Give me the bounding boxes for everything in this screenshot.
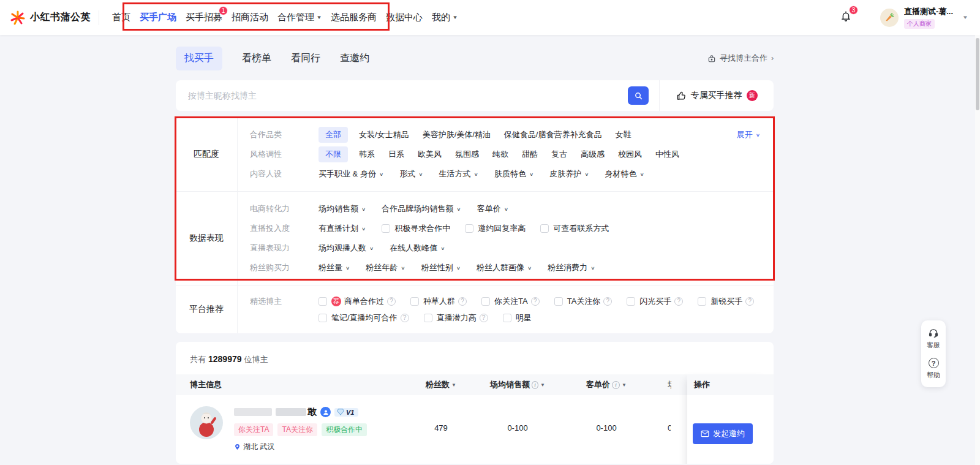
notification-count-badge: 3 (849, 6, 858, 15)
exclusive-buyer-recommend-button[interactable]: 专属买手推荐 新 (660, 90, 774, 101)
find-blogger-link[interactable]: 寻找博主合作 › (707, 53, 774, 64)
tab-invitations[interactable]: 查邀约 (340, 47, 369, 70)
filter-row-options: 有直播计划∨积极寻求合作中邀约回复率高可查看联系方式 (318, 223, 624, 234)
send-invite-button[interactable]: 发起邀约 (693, 423, 753, 444)
filter-dropdown[interactable]: 在线人数峰值∨ (390, 243, 445, 254)
checkbox[interactable] (318, 314, 327, 322)
col-price[interactable]: 客单价 i ▼ (545, 379, 668, 390)
col-action: 操作 (687, 374, 774, 395)
customer-service-button[interactable]: 客服 (927, 328, 940, 350)
app-logo[interactable]: 小红书蒲公英 (10, 10, 91, 26)
filter-option[interactable]: 氛围感 (455, 149, 479, 160)
filter-checkbox[interactable]: 积极寻求合作中 (382, 223, 450, 234)
filter-checkbox[interactable]: 可查看联系方式 (540, 223, 609, 234)
scrollbar-thumb[interactable] (976, 38, 979, 110)
filter-option[interactable]: 复古 (551, 149, 567, 160)
checkbox[interactable] (424, 314, 432, 322)
filter-option[interactable]: 欧美风 (418, 149, 442, 160)
checkbox[interactable] (554, 297, 563, 306)
filter-dropdown[interactable]: 有直播计划∨ (318, 223, 366, 234)
notifications-button[interactable]: 3 (840, 10, 852, 25)
headset-icon (928, 328, 939, 338)
dropdown-label: 合作品牌场均销售额 (382, 203, 453, 214)
filter-checkbox[interactable]: 荐商单合作过? (318, 296, 396, 307)
checkbox[interactable] (382, 224, 390, 233)
filter-dropdown[interactable]: 场均观播人数∨ (318, 243, 374, 254)
filter-option-selected[interactable]: 不限 (318, 146, 348, 162)
blogger-info-cell[interactable]: 敢 V1 你关注TATA关注你积极合作中 (190, 406, 392, 452)
tab-peers[interactable]: 看同行 (291, 47, 320, 70)
filter-option[interactable]: 纯欲 (492, 149, 508, 160)
sort-caret-icon[interactable]: ▼ (540, 382, 545, 388)
filter-dropdown[interactable]: 粉丝量∨ (318, 262, 350, 273)
checkbox[interactable] (318, 297, 327, 306)
checkbox[interactable] (465, 224, 473, 233)
tab-leaderboard[interactable]: 看榜单 (242, 47, 271, 70)
filter-option[interactable]: 高级感 (581, 149, 605, 160)
filter-option[interactable]: 保健食品/膳食营养补充食品 (504, 129, 602, 140)
blogger-name[interactable]: 敢 V1 (234, 406, 367, 418)
checkbox[interactable] (503, 314, 511, 322)
filter-dropdown[interactable]: 买手职业 & 身份∨ (318, 168, 383, 180)
filter-option-selected[interactable]: 全部 (318, 127, 348, 143)
col-blogger-info: 博主信息 (190, 379, 392, 390)
col-sales[interactable]: 场均销售额 i ▼ (490, 379, 545, 390)
filter-option[interactable]: 女装/女士精品 (359, 129, 409, 140)
filter-option[interactable]: 日系 (388, 149, 404, 160)
filter-checkbox[interactable]: 闪光买手? (627, 296, 683, 307)
filter-dropdown[interactable]: 粉丝消费力∨ (548, 262, 595, 273)
filter-checkbox[interactable]: 邀约回复率高 (465, 223, 526, 234)
sort-caret-icon[interactable]: ▼ (451, 382, 456, 388)
filter-option[interactable]: 校园风 (618, 149, 642, 160)
filter-checkbox[interactable]: 笔记/直播均可合作? (318, 312, 409, 323)
filter-dropdown[interactable]: 合作品牌场均销售额∨ (382, 203, 461, 214)
nav-item-merchant-activity[interactable]: 招商活动 (232, 12, 268, 23)
nav-item-buyer-recruit[interactable]: 买手招募1 (186, 12, 222, 23)
checkbox[interactable] (481, 297, 490, 306)
filter-checkbox[interactable]: 种草人群? (410, 296, 467, 307)
nav-item-selection-service[interactable]: 选品服务商 (331, 12, 377, 23)
user-avatar[interactable] (880, 9, 899, 27)
page-scrollbar[interactable] (975, 35, 980, 465)
filter-option[interactable]: 甜酷 (522, 149, 538, 160)
expand-toggle[interactable]: 展开∨ (737, 129, 760, 140)
col-fans[interactable]: 粉丝数 ▼ (392, 379, 490, 390)
filter-option[interactable]: 中性风 (655, 149, 679, 160)
filter-checkbox[interactable]: 新锐买手? (698, 296, 754, 307)
search-input[interactable] (176, 91, 628, 100)
filter-dropdown[interactable]: 场均销售额∨ (318, 203, 366, 214)
chevron-down-icon[interactable]: ▼ (962, 15, 968, 20)
search-button[interactable] (628, 86, 649, 105)
nav-item-cooperation-management[interactable]: 合作管理▼ (277, 12, 322, 23)
filter-checkbox[interactable]: TA关注你? (554, 296, 612, 307)
filter-option[interactable]: 美容护肤/美体/精油 (423, 129, 491, 140)
filter-option[interactable]: 韩系 (359, 149, 375, 160)
filter-option[interactable]: 女鞋 (615, 129, 631, 140)
filter-dropdown[interactable]: 粉丝年龄∨ (366, 262, 405, 273)
filter-dropdown[interactable]: 形式∨ (399, 168, 423, 180)
chevron-down-icon: ∨ (361, 226, 366, 231)
filter-checkbox[interactable]: 直播潜力高? (424, 312, 488, 323)
nav-item-data-center[interactable]: 数据中心 (386, 12, 423, 23)
filter-checkbox[interactable]: 你关注TA? (481, 296, 540, 307)
sort-caret-icon[interactable]: ▼ (622, 382, 627, 388)
filter-dropdown[interactable]: 生活方式∨ (439, 168, 478, 180)
filter-checkbox[interactable]: 明星 (503, 312, 532, 323)
user-info[interactable]: 直播测试-薯... 个人商家 (904, 6, 953, 29)
nav-item-mine[interactable]: 我的▼ (432, 12, 458, 23)
nav-item-home[interactable]: 首页 (112, 12, 130, 23)
filter-dropdown[interactable]: 身材特色∨ (605, 168, 644, 180)
filter-dropdown[interactable]: 客单价∨ (477, 203, 508, 214)
blogger-avatar[interactable] (190, 406, 223, 439)
filter-dropdown[interactable]: 粉丝人群画像∨ (477, 262, 532, 273)
filter-dropdown[interactable]: 粉丝性别∨ (421, 262, 461, 273)
filter-dropdown[interactable]: 皮肤养护∨ (549, 168, 589, 180)
filter-dropdown[interactable]: 肤质特色∨ (494, 168, 533, 180)
nav-item-buyer-plaza[interactable]: 买手广场 (140, 12, 176, 23)
help-button[interactable]: ? 帮助 (927, 358, 940, 380)
checkbox[interactable] (627, 297, 635, 306)
checkbox[interactable] (698, 297, 706, 306)
tab-find-buyer[interactable]: 找买手 (176, 47, 222, 70)
checkbox[interactable] (410, 297, 419, 306)
checkbox[interactable] (540, 224, 549, 233)
